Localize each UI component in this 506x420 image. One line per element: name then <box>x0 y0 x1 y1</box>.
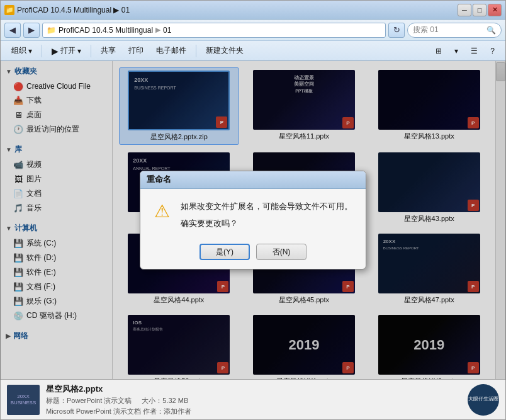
organize-label: 组织 <box>11 45 26 56</box>
status-thumbnail: 20XXBUSINESS <box>7 385 40 415</box>
organize-arrow: ▾ <box>28 47 32 55</box>
close-button[interactable]: ✕ <box>488 4 502 16</box>
window-title: ProfiCAD 10.4.5 Multilingual ▶ 01 <box>17 6 130 14</box>
toolbar-separator-3 <box>196 45 196 57</box>
address-bar: ◀ ▶ 📁 ProfiCAD 10.4.5 Multilingual ▶ 01 … <box>1 20 505 41</box>
logo-circle: 大眼仔生活圈 <box>468 384 499 416</box>
title-bar: 📁 ProfiCAD 10.4.5 Multilingual ▶ 01 ─ □ … <box>1 1 505 20</box>
dialog-footer: 是(Y) 否(N) <box>140 239 366 269</box>
new-folder-button[interactable]: 新建文件夹 <box>200 43 249 59</box>
title-bar-left: 📁 ProfiCAD 10.4.5 Multilingual ▶ 01 <box>4 5 458 15</box>
view-button[interactable]: ⊞ <box>430 43 447 59</box>
status-logo: 大眼仔生活圈 <box>468 384 499 416</box>
maximize-button[interactable]: □ <box>473 4 486 16</box>
status-title-label: 标题：PowerPoint 演示文稿 <box>46 396 132 406</box>
open-button[interactable]: ▶ 打开 ▾ <box>46 43 87 59</box>
open-label: 打开 <box>60 45 76 56</box>
app-icon: 📁 <box>4 5 14 15</box>
dialog-message-line2: 确实要更改吗？ <box>181 217 352 230</box>
status-type: Microsoft PowerPoint 演示文档 <box>46 407 141 415</box>
toolbar-separator-1 <box>42 45 42 57</box>
toolbar-separator-2 <box>91 45 91 57</box>
toolbar: 组织 ▾ ▶ 打开 ▾ 共享 打印 电子邮件 新建文件夹 ⊞ ▾ ☰ ? <box>1 41 505 61</box>
dialog-message: 如果改变文件扩展名，可能会导致文件不可用。 确实要更改吗？ <box>181 200 352 230</box>
breadcrumb-icon: 📁 <box>47 26 56 35</box>
dialog-title-bar: 重命名 <box>140 171 366 189</box>
status-size-label: 大小：5.32 MB <box>142 396 188 406</box>
rename-dialog: 重命名 ⚠ 如果改变文件扩展名，可能会导致文件不可用。 确实要更改吗？ 是(Y)… <box>140 171 366 270</box>
view-details-button[interactable]: ☰ <box>465 43 483 59</box>
search-placeholder: 搜索 01 <box>413 25 439 35</box>
status-bar: 20XXBUSINESS 星空风格2.pptx 标题：PowerPoint 演示… <box>1 379 505 419</box>
organize-button[interactable]: 组织 ▾ <box>6 43 38 59</box>
dialog-message-line1: 如果改变文件扩展名，可能会导致文件不可用。 <box>181 200 352 213</box>
share-label: 共享 <box>101 45 116 56</box>
dialog-title-text: 重命名 <box>147 174 171 185</box>
print-button[interactable]: 打印 <box>123 43 149 59</box>
minimize-button[interactable]: ─ <box>458 4 471 16</box>
back-button[interactable]: ◀ <box>4 23 21 38</box>
refresh-button[interactable]: ↻ <box>388 23 405 38</box>
status-meta-row2: Microsoft PowerPoint 演示文档 作者：添加作者 <box>46 407 461 416</box>
dialog-overlay: 重命名 ⚠ 如果改变文件扩展名，可能会导致文件不可用。 确实要更改吗？ 是(Y)… <box>0 60 506 380</box>
status-author-label: 作者：添加作者 <box>143 407 191 415</box>
dialog-no-button[interactable]: 否(N) <box>256 244 306 260</box>
window-controls: ─ □ ✕ <box>458 4 502 16</box>
logo-text: 大眼仔生活圈 <box>468 396 498 402</box>
help-button[interactable]: ? <box>485 43 500 59</box>
email-label: 电子邮件 <box>156 45 186 56</box>
breadcrumb-root[interactable]: ProfiCAD 10.4.5 Multilingual <box>59 26 153 35</box>
open-arrow: ▾ <box>77 47 81 55</box>
search-bar[interactable]: 搜索 01 🔍 <box>407 23 502 38</box>
forward-button[interactable]: ▶ <box>23 23 40 38</box>
status-info: 星空风格2.pptx 标题：PowerPoint 演示文稿 大小：5.32 MB… <box>46 383 461 416</box>
share-button[interactable]: 共享 <box>95 43 121 59</box>
open-icon: ▶ <box>52 46 59 56</box>
email-button[interactable]: 电子邮件 <box>150 43 192 59</box>
dialog-body: ⚠ 如果改变文件扩展名，可能会导致文件不可用。 确实要更改吗？ <box>140 189 366 239</box>
main-window: 📁 ProfiCAD 10.4.5 Multilingual ▶ 01 ─ □ … <box>0 0 506 420</box>
breadcrumb[interactable]: 📁 ProfiCAD 10.4.5 Multilingual ▶ 01 <box>42 23 386 38</box>
view-arrow-button[interactable]: ▾ <box>449 43 464 59</box>
status-file-name: 星空风格2.pptx <box>46 383 461 395</box>
new-folder-label: 新建文件夹 <box>206 45 244 56</box>
warning-icon: ⚠ <box>150 200 173 223</box>
print-label: 打印 <box>128 45 143 56</box>
dialog-yes-button[interactable]: 是(Y) <box>200 244 250 260</box>
search-icon: 🔍 <box>486 26 496 35</box>
breadcrumb-sub[interactable]: 01 <box>163 26 171 35</box>
status-meta-row1: 标题：PowerPoint 演示文稿 大小：5.32 MB <box>46 396 461 406</box>
